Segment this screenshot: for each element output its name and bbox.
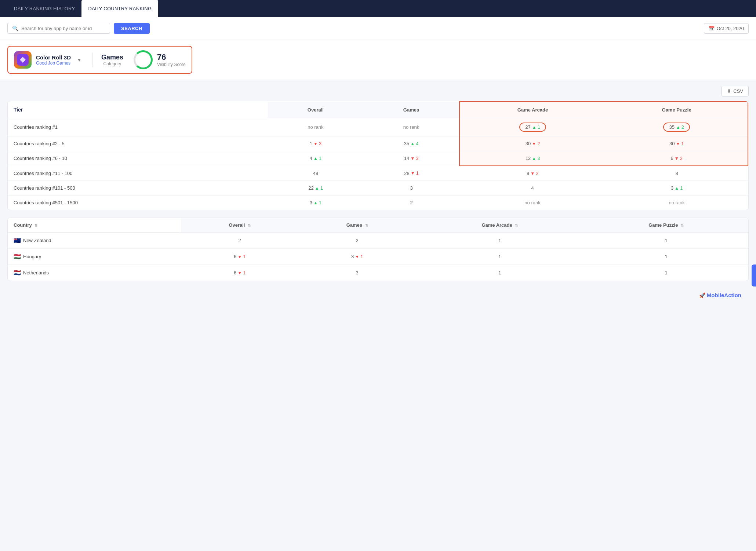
flag-icon: 🇭🇺	[14, 253, 21, 260]
puzzle-oval-highlight: 35 ▲ 2	[663, 123, 690, 132]
puzzle-value: 1	[584, 265, 748, 281]
brand-name: MobileAction	[707, 292, 741, 298]
country-name: Netherlands	[23, 270, 49, 276]
games-column-header: Games	[363, 102, 459, 118]
table-row: Countries ranking #501 - 1500 3 ▲ 1 2 no…	[8, 196, 748, 210]
puzzle-value: 30 ▼ 1	[606, 136, 748, 151]
arcade-value: 9 ▼ 2	[459, 166, 606, 181]
table-row: Countries ranking #1 no rank no rank 27 …	[8, 118, 748, 136]
tier-label: Countries ranking #1	[8, 118, 268, 136]
csv-btn-row: ⬇ CSV	[7, 86, 749, 96]
puzzle-value: 6 ▼ 2	[606, 151, 748, 166]
score-section: 76 Visibility Score	[134, 50, 186, 69]
arcade-value: 30 ▼ 2	[459, 136, 606, 151]
flag-icon: 🇳🇱	[14, 269, 21, 276]
overall-value: 3 ▲ 1	[268, 196, 364, 210]
score-info: 76 Visibility Score	[157, 52, 186, 67]
games-value: 3	[363, 181, 459, 196]
table-row: 🇭🇺 Hungary 6 ▼ 1 3 ▼ 1	[8, 249, 748, 265]
app-card-section: Color Roll 3D Good Job Games ▼ Games Cat…	[0, 40, 756, 80]
country-cell: 🇳🇱 Netherlands	[8, 265, 181, 281]
search-input[interactable]	[21, 26, 105, 31]
arcade-value: 1	[416, 265, 584, 281]
scroll-indicator[interactable]	[752, 264, 756, 287]
table-row: Countries ranking #6 - 10 4 ▲ 1 14 ▼ 3	[8, 151, 748, 166]
date-display: 📅 Oct 20, 2020	[704, 23, 749, 34]
overall-value: 2	[181, 233, 299, 249]
country-sort-icon[interactable]: ⇅	[34, 223, 37, 227]
score-label: Visibility Score	[157, 62, 186, 67]
overall-value: 1 ▼ 3	[268, 136, 364, 151]
app-info: Color Roll 3D Good Job Games	[36, 54, 71, 66]
country-column-header: Country ⇅	[8, 218, 181, 233]
flag-icon: 🇳🇿	[14, 237, 21, 244]
arcade-value: no rank	[459, 196, 606, 210]
search-input-wrap: 🔍	[7, 23, 110, 34]
vertical-divider	[92, 52, 92, 67]
games-value: 14 ▼ 3	[363, 151, 459, 166]
download-icon: ⬇	[727, 88, 731, 94]
tier-table: Tier Overall Games Game Arcade Game Puzz…	[8, 101, 748, 210]
puzzle-value: 1	[584, 249, 748, 265]
puzzle-value: 8	[606, 166, 748, 181]
tier-label: Countries ranking #2 - 5	[8, 136, 268, 151]
overall-value: 49	[268, 166, 364, 181]
overall-column-header: Overall	[268, 102, 364, 118]
country-name: New Zealand	[23, 238, 51, 243]
category-section: Games Category	[101, 54, 123, 66]
app-developer: Good Job Games	[36, 61, 71, 66]
arcade-sort-icon: ⇅	[515, 223, 518, 227]
puzzle-value: 35 ▲ 2	[606, 118, 748, 136]
table-row: Countries ranking #101 - 500 22 ▲ 1 3 4 …	[8, 181, 748, 196]
search-bar: 🔍 SEARCH 📅 Oct 20, 2020	[0, 17, 756, 40]
games-value: 28 ▼ 1	[363, 166, 459, 181]
arcade-value: 12 ▲ 3	[459, 151, 606, 166]
score-number: 76	[157, 52, 186, 62]
games-sort-icon: ⇅	[365, 223, 368, 227]
overall-sort-icon: ⇅	[248, 223, 251, 227]
puzzle-column-header: Game Puzzle	[606, 102, 748, 118]
games-value: 3	[299, 265, 416, 281]
app-card: Color Roll 3D Good Job Games ▼ Games Cat…	[7, 46, 192, 74]
search-button[interactable]: SEARCH	[114, 23, 150, 34]
puzzle-value: 1	[584, 233, 748, 249]
country-table-container: Country ⇅ Overall ⇅ Games ⇅ Game Arcade …	[7, 218, 749, 281]
date-text: Oct 20, 2020	[717, 26, 744, 31]
app-dropdown-button[interactable]: ▼	[75, 55, 83, 64]
country-table: Country ⇅ Overall ⇅ Games ⇅ Game Arcade …	[8, 218, 748, 281]
arcade-country-header[interactable]: Game Arcade ⇅	[416, 218, 584, 233]
games-value: 35 ▲ 4	[363, 136, 459, 151]
games-value: 3 ▼ 1	[299, 249, 416, 265]
games-value: no rank	[363, 118, 459, 136]
games-value: 2	[299, 233, 416, 249]
puzzle-value: 3 ▲ 1	[606, 181, 748, 196]
score-circle	[134, 50, 153, 69]
overall-value: 6 ▼ 1	[181, 265, 299, 281]
overall-value: 6 ▼ 1	[181, 249, 299, 265]
puzzle-country-header[interactable]: Game Puzzle ⇅	[584, 218, 748, 233]
overall-value: 4 ▲ 1	[268, 151, 364, 166]
search-left: 🔍 SEARCH	[7, 23, 150, 34]
games-country-header[interactable]: Games ⇅	[299, 218, 416, 233]
arcade-value: 27 ▲ 1	[459, 118, 606, 136]
overall-value: 22 ▲ 1	[268, 181, 364, 196]
arcade-oval-highlight: 27 ▲ 1	[519, 123, 546, 132]
country-name: Hungary	[23, 254, 41, 259]
csv-download-button[interactable]: ⬇ CSV	[722, 86, 749, 96]
tab-daily-ranking-history[interactable]: DAILY RANKING HISTORY	[7, 0, 81, 17]
puzzle-value: no rank	[606, 196, 748, 210]
country-header-label: Country	[14, 222, 32, 228]
puzzle-sort-icon: ⇅	[681, 223, 684, 227]
app-name: Color Roll 3D	[36, 54, 71, 61]
arcade-value: 1	[416, 249, 584, 265]
country-cell: 🇭🇺 Hungary	[8, 249, 181, 265]
calendar-icon: 📅	[709, 26, 715, 31]
overall-country-header[interactable]: Overall ⇅	[181, 218, 299, 233]
tier-label: Countries ranking #11 - 100	[8, 166, 268, 181]
tier-label: Countries ranking #6 - 10	[8, 151, 268, 166]
games-value: 2	[363, 196, 459, 210]
category-label: Games	[101, 54, 123, 61]
tier-label: Countries ranking #501 - 1500	[8, 196, 268, 210]
top-navigation: DAILY RANKING HISTORY DAILY COUNTRY RANK…	[0, 0, 756, 17]
tab-daily-country-ranking[interactable]: DAILY COUNTRY RANKING	[81, 0, 158, 17]
